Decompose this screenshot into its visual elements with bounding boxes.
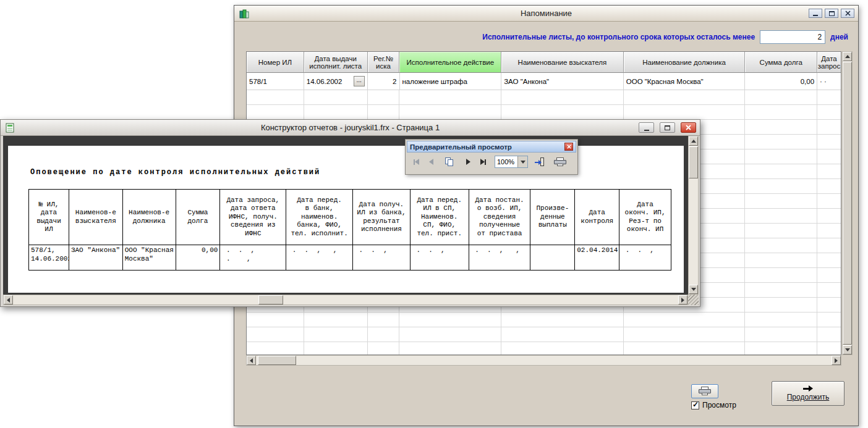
scroll-left-button[interactable] bbox=[4, 295, 13, 304]
col-header-debtor: Наименование должника bbox=[624, 52, 746, 73]
next-page-button[interactable] bbox=[461, 155, 475, 169]
arrow-down-icon bbox=[691, 288, 696, 291]
cell-number[interactable]: 578/1 bbox=[247, 73, 304, 90]
preview-checkbox-label: Просмотр bbox=[702, 401, 736, 409]
print-button[interactable] bbox=[691, 384, 718, 398]
reminder-titlebar[interactable]: Напоминание bbox=[234, 6, 858, 22]
grid-horizontal-scrollbar[interactable] bbox=[246, 355, 841, 366]
pages-button[interactable] bbox=[443, 155, 456, 169]
col-header-claimant: Наименование взыскателя bbox=[501, 52, 624, 73]
arrow-right-icon bbox=[835, 358, 838, 363]
scroll-left-button[interactable] bbox=[247, 356, 256, 365]
grid-data-row[interactable]: 578/1 14.06.2002 ... 2 наложение штрафа … bbox=[247, 73, 841, 90]
report-col-header: Наименов-е должника bbox=[123, 190, 176, 245]
preview-toolbar-titlebar[interactable]: Предварительный просмотр bbox=[407, 141, 576, 153]
report-cell: . . , , bbox=[469, 245, 531, 270]
continue-button[interactable]: Продолжить bbox=[772, 381, 845, 406]
days-suffix-label: дней bbox=[830, 33, 848, 41]
preview-toolbar-close-button[interactable] bbox=[564, 143, 573, 151]
close-icon bbox=[686, 125, 691, 130]
report-cell: . . , bbox=[619, 245, 671, 270]
col-header-reg-no: Рег.№ иска bbox=[368, 52, 400, 73]
report-col-header: Дата контроля bbox=[575, 190, 619, 245]
scroll-right-button[interactable] bbox=[678, 295, 687, 304]
days-input[interactable] bbox=[760, 30, 825, 44]
cell-reg-no[interactable]: 2 bbox=[368, 73, 400, 90]
close-icon bbox=[567, 145, 571, 149]
report-cell: ООО "Красная Москва" bbox=[123, 245, 176, 270]
report-data-row: 578/1, 14.06.2002 ЗАО "Анкона" ООО "Крас… bbox=[29, 245, 671, 270]
close-preview-button[interactable] bbox=[533, 155, 547, 169]
report-col-header: Дата получ. ИЛ из банка, результат испол… bbox=[353, 190, 411, 245]
maximize-button[interactable] bbox=[825, 9, 838, 18]
preview-toolbar-buttons: 100% bbox=[407, 153, 576, 171]
vertical-scroll-thumb[interactable] bbox=[689, 146, 698, 178]
preview-toolbar-title: Предварительный просмотр bbox=[410, 143, 564, 151]
vertical-scroll-thumb[interactable] bbox=[843, 62, 852, 345]
minimize-button[interactable] bbox=[809, 9, 822, 18]
scroll-up-button[interactable] bbox=[843, 52, 852, 61]
last-page-icon bbox=[480, 159, 485, 165]
close-button[interactable] bbox=[841, 9, 854, 18]
designer-minimize-button[interactable] bbox=[639, 122, 654, 133]
arrow-left-icon bbox=[250, 358, 253, 363]
cell-req-date[interactable]: · · bbox=[817, 73, 841, 90]
zoom-dropdown-button[interactable] bbox=[517, 156, 527, 167]
previous-page-button[interactable] bbox=[424, 155, 438, 169]
horizontal-scroll-thumb[interactable] bbox=[258, 356, 296, 365]
cell-amount[interactable]: 0,00 bbox=[745, 73, 817, 90]
designer-titlebar[interactable]: Конструктор отчетов - jouryskil1.frx - С… bbox=[1, 120, 700, 136]
designer-vertical-scrollbar[interactable] bbox=[688, 136, 699, 295]
report-page: Оповещение по дате контроля исполнительн… bbox=[8, 146, 684, 293]
zoom-select[interactable]: 100% bbox=[495, 156, 528, 168]
close-icon bbox=[845, 10, 851, 16]
cell-debtor[interactable]: ООО "Красная Москва" bbox=[624, 73, 746, 90]
report-cell: 578/1, 14.06.2002 bbox=[29, 245, 69, 270]
printer-icon bbox=[698, 387, 712, 396]
designer-close-button[interactable] bbox=[681, 122, 696, 133]
first-page-button[interactable] bbox=[409, 155, 423, 169]
scroll-down-button[interactable] bbox=[689, 285, 698, 294]
report-designer-window: Конструктор отчетов - jouryskil1.frx - С… bbox=[0, 119, 700, 307]
preview-checkbox[interactable] bbox=[691, 401, 699, 409]
toolbar-print-button[interactable] bbox=[553, 155, 566, 169]
report-col-header: Дата перед. ИЛ в СП, Наименов. СП, ФИО, … bbox=[411, 190, 469, 245]
report-col-header: Дата постан. о возб. ИП, сведения получе… bbox=[469, 190, 531, 245]
designer-window-title: Конструктор отчетов - jouryskil1.frx - С… bbox=[1, 123, 700, 132]
arrow-left-icon bbox=[7, 298, 10, 303]
printer-icon bbox=[553, 157, 566, 167]
report-header-row: № ИЛ, дата выдачи ИЛ Наименов-е взыскате… bbox=[29, 190, 671, 245]
resize-grip[interactable] bbox=[688, 295, 699, 305]
scroll-up-button[interactable] bbox=[689, 136, 698, 146]
grid-vertical-scrollbar[interactable] bbox=[842, 51, 853, 355]
minimize-icon bbox=[813, 15, 818, 16]
next-page-icon bbox=[466, 159, 470, 165]
col-header-req-date: Дата запрос bbox=[817, 52, 841, 73]
horizontal-scroll-thumb[interactable] bbox=[258, 295, 283, 304]
report-cell: 0,00 bbox=[176, 245, 221, 270]
scroll-down-button[interactable] bbox=[843, 345, 852, 355]
report-table: № ИЛ, дата выдачи ИЛ Наименов-е взыскате… bbox=[28, 189, 671, 271]
report-cell: ЗАО "Анкона" bbox=[69, 245, 123, 270]
designer-preview-area: Оповещение по дате контроля исполнительн… bbox=[3, 136, 699, 305]
zoom-value: 100% bbox=[495, 156, 517, 167]
cell-action[interactable]: наложение штрафа bbox=[400, 73, 502, 90]
cell-issue-date[interactable]: 14.06.2002 ... bbox=[304, 73, 368, 90]
scroll-right-button[interactable] bbox=[832, 356, 841, 365]
report-col-header: Дата запроса, дата ответа ИФНС, получ. с… bbox=[220, 190, 286, 245]
date-picker-button[interactable]: ... bbox=[354, 76, 365, 86]
report-col-header: Дата перед. в банк, наименов. банка, ФИО… bbox=[286, 190, 353, 245]
arrow-up-icon bbox=[845, 55, 850, 58]
report-col-header: № ИЛ, дата выдачи ИЛ bbox=[29, 190, 69, 245]
arrow-up-icon bbox=[691, 140, 696, 143]
cell-claimant[interactable]: ЗАО "Анкона" bbox=[501, 73, 624, 90]
continue-arrow-icon bbox=[803, 385, 813, 392]
arrow-right-icon bbox=[681, 298, 684, 303]
report-col-header: Наименов-е взыскателя bbox=[69, 190, 123, 245]
last-page-button[interactable] bbox=[476, 155, 490, 169]
report-cell bbox=[530, 245, 575, 270]
minimize-icon bbox=[644, 130, 649, 131]
designer-maximize-button[interactable] bbox=[660, 122, 675, 133]
designer-horizontal-scrollbar[interactable] bbox=[3, 295, 688, 305]
col-header-issue-date: Дата выдачи исполнит. листа bbox=[304, 52, 368, 73]
